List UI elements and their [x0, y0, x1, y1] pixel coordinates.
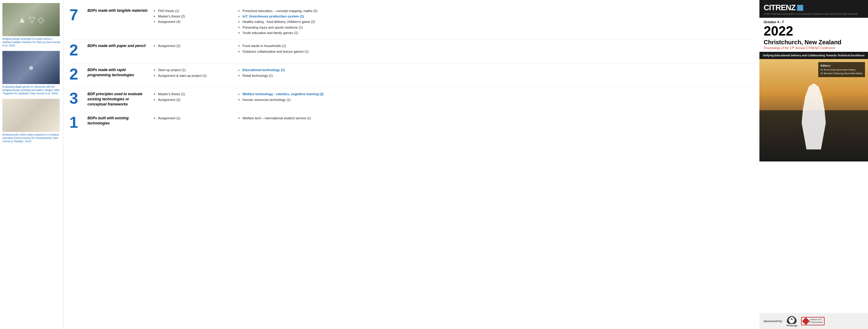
- citrenz-logo-text: CITRENZ: [764, 3, 796, 12]
- editors-title: Editors:: [820, 64, 863, 68]
- sponsor-bar: Sponsored by: TePukenga Institute of ITP…: [760, 313, 868, 329]
- list-item: PhD thesis (1): [154, 8, 232, 13]
- proceedings-rest: Annual CITRENZ Conference: [795, 47, 835, 50]
- list-item: Assignment & start-up project (1): [154, 73, 232, 78]
- middle-col: Assignment (2): [154, 43, 238, 49]
- conference-image: Editors: Dr Emre Ertuk (Executive Editor…: [760, 59, 868, 162]
- section-number: 3: [69, 90, 88, 106]
- proceedings-label: Proceedings of the 13: [764, 47, 793, 50]
- section-number: 2: [69, 42, 88, 58]
- list-item: Food waste in households (1): [238, 43, 753, 49]
- bdp-title-col: BDPs made with tangible materials: [88, 8, 154, 13]
- left-panel: Bridging design prototype of a plant sen…: [0, 0, 63, 329]
- editor2: Dr Bernard Otinpong (Associate Editor): [820, 72, 863, 75]
- citrenz-body: October 4 - 7 2022 Christchurch, New Zea…: [760, 18, 868, 52]
- iitp-diamond-icon: [802, 317, 809, 325]
- list-item: IoT, Greenhouse production system (1): [238, 13, 753, 19]
- list-item: Master's thesis (1): [154, 92, 232, 97]
- row-section: 1BDPs built with existing technologiesAs…: [69, 112, 753, 136]
- iitp-text: Institute of ITProfessionals: [810, 319, 823, 324]
- proceedings-text: Proceedings of the 13th Annual CITRENZ C…: [764, 46, 864, 50]
- editors-box: Editors: Dr Emre Ertuk (Executive Editor…: [818, 62, 865, 77]
- middle-col: PhD thesis (1)Master's thesis (2)Assignm…: [154, 8, 238, 25]
- article-caption: Bridging design prototype of a plant sen…: [2, 37, 61, 47]
- right-col: Preschool education – concept mapping, m…: [238, 8, 753, 36]
- bdp-title: BDPs made with paper and pencil: [88, 43, 148, 48]
- sponsored-by-label: Sponsored by:: [764, 320, 783, 323]
- list-item: Educational technology (1): [238, 67, 753, 73]
- list-item: Assignment (2): [154, 97, 232, 102]
- row-section: 3BDP principles used to evaluate existin…: [69, 88, 753, 112]
- middle-col: Master's thesis (1)Assignment (2): [154, 92, 238, 103]
- row-section: 2BDPs made with paper and pencilAssignme…: [69, 40, 753, 64]
- article-caption: Evaluating digital games for dementia wi…: [2, 85, 61, 95]
- article-item[interactable]: Bridging design prototype of a plant sen…: [2, 3, 61, 47]
- list-item: Human resources technology (1): [238, 97, 753, 102]
- main-content: 7BDPs made with tangible materialsPhD th…: [63, 0, 760, 329]
- section-number: 7: [69, 7, 88, 23]
- list-item: Welfare technology - robotics, cognitive…: [238, 92, 753, 97]
- right-col: Welfare tech – international student ser…: [238, 116, 753, 121]
- list-item: Master's thesis (2): [154, 13, 232, 19]
- list-item: Assignment (4): [154, 19, 232, 25]
- right-col: Welfare technology - robotics, cognitive…: [238, 92, 753, 103]
- article-thumbnail: [2, 51, 60, 84]
- middle-col: Assignment (1): [154, 116, 238, 121]
- article-item[interactable]: Evaluating digital games for dementia wi…: [2, 51, 61, 95]
- list-item: Assignment (1): [154, 116, 232, 121]
- section-number: 2: [69, 66, 88, 82]
- article-thumbnail: [2, 3, 60, 36]
- article-caption: Enhancing the online study experience in…: [2, 133, 61, 143]
- citrenz-subtitle: COMPUTING AND INFORMATICS TECHNOLOGY RES…: [764, 13, 858, 15]
- list-item: Retail technology (1): [238, 73, 753, 78]
- bdp-title-col: BDP principles used to evaluate existing…: [88, 92, 154, 107]
- bdp-title: BDP principles used to evaluate existing…: [88, 92, 148, 107]
- list-item: Healthy eating - food delivery, children…: [238, 19, 753, 25]
- right-col: Food waste in households (1)Outdoors col…: [238, 43, 753, 55]
- bdp-title: BDPs made with rapid programming technol…: [88, 67, 148, 78]
- bdp-title-col: BDPs made with paper and pencil: [88, 43, 154, 48]
- editor1: Dr Emre Ertuk (Executive Editor): [820, 68, 863, 72]
- tepukenga-text: TePukenga: [786, 325, 798, 327]
- row-section: 2BDPs made with rapid programming techno…: [69, 64, 753, 88]
- list-item: Start-up project (1): [154, 67, 232, 73]
- unifying-banner: Unifying Educational Delivery and Collab…: [760, 52, 868, 59]
- iitp-logo: Institute of ITProfessionals: [801, 317, 825, 325]
- tepukenga-logo: TePukenga: [786, 316, 798, 327]
- list-item: Outdoors collaborative and leisure games…: [238, 49, 753, 54]
- citrenz-header: CITRENZ COMPUTING AND INFORMATICS TECHNO…: [760, 0, 868, 18]
- row-section: 7BDPs made with tangible materialsPhD th…: [69, 4, 753, 40]
- article-item[interactable]: Enhancing the online study experience in…: [2, 99, 61, 143]
- bdp-title-col: BDPs built with existing technologies: [88, 116, 154, 126]
- citrenz-logo: CITRENZ: [764, 3, 858, 12]
- list-item: Youth education and family games (1): [238, 30, 753, 36]
- list-item: Welfare tech – international student ser…: [238, 116, 753, 121]
- middle-col: Start-up project (1)Assignment & start-u…: [154, 67, 238, 79]
- tepukenga-bird-icon: [786, 316, 797, 325]
- list-item: Preschool education – concept mapping, m…: [238, 8, 753, 13]
- list-item: Preventing injury and sports medicine (1…: [238, 25, 753, 30]
- section-number: 1: [69, 114, 88, 130]
- list-item: Assignment (2): [154, 43, 232, 49]
- citrenz-logo-square: [797, 5, 803, 11]
- conference-city: Christchurch, New Zealand: [764, 39, 864, 45]
- bdp-title-col: BDPs made with rapid programming technol…: [88, 67, 154, 78]
- right-panel: CITRENZ COMPUTING AND INFORMATICS TECHNO…: [760, 0, 868, 329]
- bdp-title: BDPs built with existing technologies: [88, 116, 148, 126]
- conference-year: 2022: [764, 24, 864, 38]
- bdp-title: BDPs made with tangible materials: [88, 8, 148, 13]
- article-thumbnail: [2, 99, 60, 132]
- right-col: Educational technology (1)Retail technol…: [238, 67, 753, 79]
